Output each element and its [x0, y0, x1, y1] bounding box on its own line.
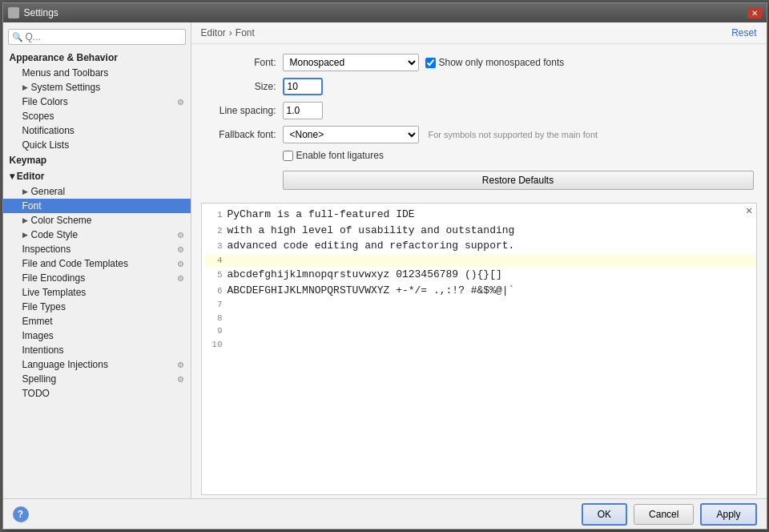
breadcrumb-font: Font: [236, 27, 255, 38]
font-select[interactable]: Monospaced: [283, 54, 419, 71]
line-number-4: 4: [205, 254, 227, 268]
ok-button[interactable]: OK: [582, 503, 627, 526]
sidebar-item-spelling[interactable]: Spelling ⚙: [3, 372, 191, 386]
sidebar-item-file-code-templates[interactable]: File and Code Templates ⚙: [3, 256, 191, 271]
show-monospaced-checkbox[interactable]: [425, 58, 436, 68]
font-label: Font:: [204, 57, 276, 68]
sidebar-item-language-injections[interactable]: Language Injections ⚙: [3, 357, 191, 372]
sidebar-item-general[interactable]: ▶ General: [3, 184, 191, 199]
sidebar-item-intentions[interactable]: Intentions: [3, 343, 191, 357]
fallback-hint: For symbols not supported by the main fo…: [429, 130, 598, 139]
line-number-3: 3: [205, 240, 227, 253]
preview-close-button[interactable]: ✕: [746, 205, 752, 216]
cancel-button[interactable]: Cancel: [634, 504, 694, 525]
preview-line-10: 10: [205, 338, 756, 352]
arrow-icon: ▶: [22, 231, 28, 239]
search-icon: 🔍: [12, 32, 23, 42]
line-number-5: 5: [205, 268, 227, 282]
file-code-templates-badge: ⚙: [177, 260, 184, 268]
sidebar-item-todo[interactable]: TODO: [3, 386, 191, 401]
close-button[interactable]: ✕: [747, 7, 762, 18]
main-panel: Editor › Font Reset Font: Monospaced Sho…: [191, 22, 767, 498]
arrow-icon: ▶: [22, 216, 28, 224]
line-number-2: 2: [205, 224, 227, 238]
sidebar-item-emmet[interactable]: Emmet: [3, 314, 191, 328]
sidebar-item-file-encodings[interactable]: File Encodings ⚙: [3, 271, 191, 285]
line-number-1: 1: [205, 208, 227, 222]
file-colors-badge: ⚙: [177, 98, 184, 107]
bottom-bar: ? OK Cancel Apply: [3, 498, 767, 529]
sidebar-item-code-style[interactable]: ▶ Code Style ⚙: [3, 228, 191, 242]
restore-defaults-button[interactable]: Restore Defaults: [283, 171, 754, 190]
preview-lines: 1 PyCharm is a full-featured IDE 2 with …: [202, 204, 756, 354]
ligatures-row: Enable font ligatures: [283, 150, 754, 161]
sidebar-section-keymap[interactable]: Keymap: [3, 152, 191, 168]
fallback-font-label: Fallback font:: [204, 129, 276, 140]
line-content-1: PyCharm is a full-featured IDE: [227, 207, 415, 223]
sidebar-item-live-templates[interactable]: Live Templates: [3, 285, 191, 300]
line-spacing-input[interactable]: [283, 102, 323, 119]
line-content-5: abcdefghijklmnopqrstuvwxyz 0123456789 ()…: [227, 267, 502, 283]
sidebar-item-scopes[interactable]: Scopes: [3, 109, 191, 123]
sidebar-item-system-settings[interactable]: ▶ System Settings: [3, 80, 191, 95]
sidebar-item-menus-toolbars[interactable]: Menus and Toolbars: [3, 66, 191, 80]
sidebar-item-quick-lists[interactable]: Quick Lists: [3, 138, 191, 152]
line-content-6: ABCDEFGHIJKLMNOPQRSTUVWXYZ +-*/= .,:!? #…: [227, 283, 515, 299]
sidebar-item-color-scheme[interactable]: ▶ Color Scheme: [3, 213, 191, 228]
sidebar-item-inspections[interactable]: Inspections ⚙: [3, 242, 191, 256]
title-bar: Settings ✕: [3, 3, 767, 22]
size-input[interactable]: [283, 78, 323, 95]
sidebar-section-editor[interactable]: ▾ Editor: [3, 168, 191, 184]
inspections-badge: ⚙: [177, 245, 184, 254]
line-number-7: 7: [205, 298, 227, 312]
size-label: Size:: [204, 81, 276, 92]
line-spacing-label: Line spacing:: [204, 105, 276, 116]
window-title: Settings: [24, 7, 58, 18]
ligatures-checkbox[interactable]: [283, 151, 293, 161]
line-number-9: 9: [205, 324, 227, 338]
line-number-6: 6: [205, 284, 227, 298]
arrow-icon: ▶: [22, 187, 28, 195]
line-content-3: advanced code editing and refactoring su…: [227, 238, 515, 254]
search-box[interactable]: 🔍: [8, 29, 186, 45]
settings-window: Settings ✕ 🔍 Appearance & Behavior Menus…: [2, 2, 767, 530]
language-injections-badge: ⚙: [177, 361, 184, 369]
size-row: Size:: [204, 78, 754, 95]
preview-area: ✕ 1 PyCharm is a full-featured IDE 2 wit…: [201, 203, 757, 495]
window-icon: [8, 7, 19, 18]
sidebar-item-font[interactable]: Font: [3, 199, 191, 213]
sidebar-section-appearance[interactable]: Appearance & Behavior: [3, 50, 191, 66]
preview-line-5: 5 abcdefghijklmnopqrstuvwxyz 0123456789 …: [205, 267, 756, 283]
content-area: 🔍 Appearance & Behavior Menus and Toolba…: [3, 22, 767, 498]
spelling-badge: ⚙: [177, 375, 184, 384]
line-number-10: 10: [205, 338, 227, 352]
apply-button[interactable]: Apply: [700, 503, 756, 526]
preview-line-6: 6 ABCDEFGHIJKLMNOPQRSTUVWXYZ +-*/= .,:!?…: [205, 283, 756, 299]
line-content-2: with a high level of usability and outst…: [227, 223, 515, 239]
sidebar-item-images[interactable]: Images: [3, 328, 191, 343]
breadcrumb-separator: ›: [229, 27, 232, 38]
form-area: Font: Monospaced Show only monospaced fo…: [191, 44, 767, 200]
file-encodings-badge: ⚙: [177, 274, 184, 283]
reset-link[interactable]: Reset: [731, 27, 756, 38]
ligatures-label: Enable font ligatures: [296, 150, 384, 161]
preview-line-4: 4: [205, 254, 756, 268]
show-monospaced-row: Show only monospaced fonts: [425, 57, 565, 68]
font-row: Font: Monospaced Show only monospaced fo…: [204, 54, 754, 71]
fallback-font-select[interactable]: <None>: [283, 126, 419, 143]
breadcrumb: Editor › Font Reset: [191, 22, 767, 44]
arrow-icon: ▶: [22, 83, 28, 91]
sidebar: 🔍 Appearance & Behavior Menus and Toolba…: [3, 22, 191, 498]
search-input[interactable]: [26, 31, 182, 42]
sidebar-item-file-types[interactable]: File Types: [3, 300, 191, 314]
preview-line-9: 9: [205, 324, 756, 338]
help-button[interactable]: ?: [13, 506, 29, 522]
preview-line-2: 2 with a high level of usability and out…: [205, 223, 756, 239]
sidebar-item-file-colors[interactable]: File Colors ⚙: [3, 95, 191, 109]
preview-line-3: 3 advanced code editing and refactoring …: [205, 238, 756, 254]
preview-line-1: 1 PyCharm is a full-featured IDE: [205, 207, 756, 223]
breadcrumb-editor: Editor: [201, 27, 226, 38]
sidebar-item-notifications[interactable]: Notifications: [3, 123, 191, 138]
show-monospaced-label: Show only monospaced fonts: [439, 57, 565, 68]
code-style-badge: ⚙: [177, 231, 184, 240]
